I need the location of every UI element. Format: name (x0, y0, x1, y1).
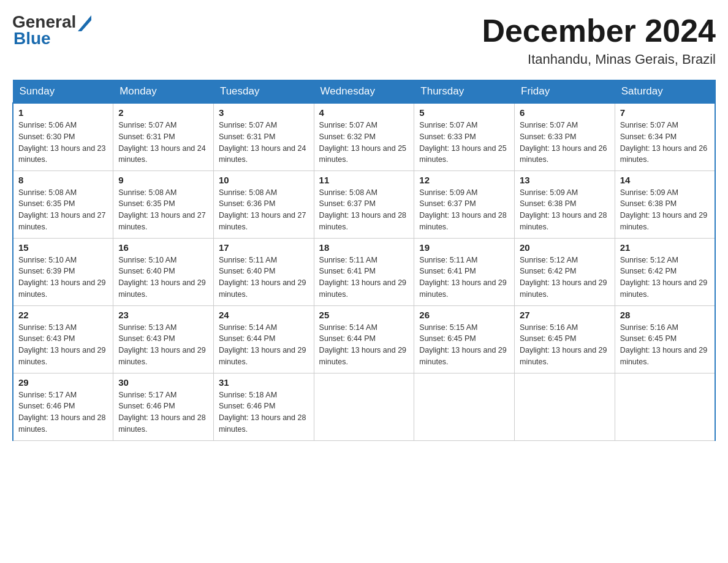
table-row: 30 Sunrise: 5:17 AMSunset: 6:46 PMDaylig… (113, 373, 214, 440)
day-number: 18 (319, 242, 409, 253)
day-info: Sunrise: 5:12 AMSunset: 6:42 PMDaylight:… (620, 256, 707, 299)
table-row: 18 Sunrise: 5:11 AMSunset: 6:41 PMDaylig… (314, 238, 414, 305)
table-row: 21 Sunrise: 5:12 AMSunset: 6:42 PMDaylig… (615, 238, 715, 305)
day-number: 4 (319, 107, 409, 118)
table-row: 5 Sunrise: 5:07 AMSunset: 6:33 PMDayligh… (414, 103, 515, 170)
table-row: 15 Sunrise: 5:10 AMSunset: 6:39 PMDaylig… (13, 238, 113, 305)
table-row: 10 Sunrise: 5:08 AMSunset: 6:36 PMDaylig… (213, 170, 314, 238)
day-info: Sunrise: 5:10 AMSunset: 6:39 PMDaylight:… (18, 256, 105, 299)
col-friday: Friday (515, 80, 615, 104)
day-number: 19 (419, 242, 509, 253)
day-info: Sunrise: 5:06 AMSunset: 6:30 PMDaylight:… (18, 121, 105, 164)
day-info: Sunrise: 5:13 AMSunset: 6:43 PMDaylight:… (118, 323, 205, 366)
table-row (515, 373, 615, 440)
day-info: Sunrise: 5:13 AMSunset: 6:43 PMDaylight:… (18, 323, 105, 366)
table-row (314, 373, 414, 440)
day-number: 5 (419, 107, 509, 118)
table-row: 8 Sunrise: 5:08 AMSunset: 6:35 PMDayligh… (13, 170, 113, 238)
day-number: 11 (319, 175, 409, 185)
page-header: General Blue December 2024 Itanhandu, Mi… (12, 12, 716, 67)
day-info: Sunrise: 5:07 AMSunset: 6:34 PMDaylight:… (620, 121, 707, 164)
table-row: 31 Sunrise: 5:18 AMSunset: 6:46 PMDaylig… (213, 373, 314, 440)
day-number: 28 (620, 310, 710, 320)
location-subtitle: Itanhandu, Minas Gerais, Brazil (482, 52, 716, 67)
day-number: 31 (219, 377, 309, 388)
day-info: Sunrise: 5:14 AMSunset: 6:44 PMDaylight:… (319, 323, 406, 366)
logo: General Blue (12, 12, 91, 48)
day-number: 24 (219, 310, 309, 320)
calendar-week-row: 22 Sunrise: 5:13 AMSunset: 6:43 PMDaylig… (13, 305, 715, 373)
col-sunday: Sunday (13, 80, 113, 104)
table-row: 20 Sunrise: 5:12 AMSunset: 6:42 PMDaylig… (515, 238, 615, 305)
day-number: 3 (219, 107, 309, 118)
table-row: 27 Sunrise: 5:16 AMSunset: 6:45 PMDaylig… (515, 305, 615, 373)
day-info: Sunrise: 5:07 AMSunset: 6:32 PMDaylight:… (319, 121, 406, 164)
col-thursday: Thursday (414, 80, 515, 104)
table-row: 2 Sunrise: 5:07 AMSunset: 6:31 PMDayligh… (113, 103, 214, 170)
table-row: 7 Sunrise: 5:07 AMSunset: 6:34 PMDayligh… (615, 103, 715, 170)
calendar-week-row: 29 Sunrise: 5:17 AMSunset: 6:46 PMDaylig… (13, 373, 715, 440)
table-row (414, 373, 515, 440)
day-info: Sunrise: 5:08 AMSunset: 6:35 PMDaylight:… (118, 188, 205, 231)
day-info: Sunrise: 5:08 AMSunset: 6:37 PMDaylight:… (319, 188, 406, 231)
table-row: 28 Sunrise: 5:16 AMSunset: 6:45 PMDaylig… (615, 305, 715, 373)
day-number: 16 (118, 242, 208, 253)
day-info: Sunrise: 5:09 AMSunset: 6:37 PMDaylight:… (419, 188, 506, 231)
day-info: Sunrise: 5:09 AMSunset: 6:38 PMDaylight:… (520, 188, 607, 231)
calendar-table: Sunday Monday Tuesday Wednesday Thursday… (12, 80, 716, 441)
day-number: 21 (620, 242, 710, 253)
calendar-title-block: December 2024 Itanhandu, Minas Gerais, B… (482, 12, 716, 67)
day-number: 17 (219, 242, 309, 253)
day-number: 27 (520, 310, 610, 320)
day-number: 8 (18, 175, 108, 185)
day-number: 23 (118, 310, 208, 320)
col-wednesday: Wednesday (314, 80, 414, 104)
table-row: 3 Sunrise: 5:07 AMSunset: 6:31 PMDayligh… (213, 103, 314, 170)
day-number: 22 (18, 310, 108, 320)
calendar-week-row: 8 Sunrise: 5:08 AMSunset: 6:35 PMDayligh… (13, 170, 715, 238)
table-row: 22 Sunrise: 5:13 AMSunset: 6:43 PMDaylig… (13, 305, 113, 373)
day-info: Sunrise: 5:17 AMSunset: 6:46 PMDaylight:… (18, 391, 105, 434)
day-number: 30 (118, 377, 208, 388)
day-info: Sunrise: 5:11 AMSunset: 6:41 PMDaylight:… (319, 256, 406, 299)
day-info: Sunrise: 5:14 AMSunset: 6:44 PMDaylight:… (219, 323, 306, 366)
calendar-week-row: 15 Sunrise: 5:10 AMSunset: 6:39 PMDaylig… (13, 238, 715, 305)
table-row: 19 Sunrise: 5:11 AMSunset: 6:41 PMDaylig… (414, 238, 515, 305)
day-info: Sunrise: 5:18 AMSunset: 6:46 PMDaylight:… (219, 391, 306, 434)
table-row: 11 Sunrise: 5:08 AMSunset: 6:37 PMDaylig… (314, 170, 414, 238)
day-number: 1 (18, 107, 108, 118)
table-row: 1 Sunrise: 5:06 AMSunset: 6:30 PMDayligh… (13, 103, 113, 170)
day-info: Sunrise: 5:08 AMSunset: 6:36 PMDaylight:… (219, 188, 306, 231)
day-number: 25 (319, 310, 409, 320)
day-number: 13 (520, 175, 610, 185)
day-number: 2 (118, 107, 208, 118)
calendar-week-row: 1 Sunrise: 5:06 AMSunset: 6:30 PMDayligh… (13, 103, 715, 170)
day-info: Sunrise: 5:07 AMSunset: 6:31 PMDaylight:… (219, 121, 306, 164)
table-row: 23 Sunrise: 5:13 AMSunset: 6:43 PMDaylig… (113, 305, 214, 373)
day-info: Sunrise: 5:09 AMSunset: 6:38 PMDaylight:… (620, 188, 707, 231)
day-info: Sunrise: 5:10 AMSunset: 6:40 PMDaylight:… (118, 256, 205, 299)
table-row: 29 Sunrise: 5:17 AMSunset: 6:46 PMDaylig… (13, 373, 113, 440)
table-row: 4 Sunrise: 5:07 AMSunset: 6:32 PMDayligh… (314, 103, 414, 170)
day-info: Sunrise: 5:16 AMSunset: 6:45 PMDaylight:… (520, 323, 607, 366)
day-number: 9 (118, 175, 208, 185)
day-number: 20 (520, 242, 610, 253)
day-number: 10 (219, 175, 309, 185)
day-info: Sunrise: 5:16 AMSunset: 6:45 PMDaylight:… (620, 323, 707, 366)
day-info: Sunrise: 5:11 AMSunset: 6:41 PMDaylight:… (419, 256, 506, 299)
day-info: Sunrise: 5:07 AMSunset: 6:33 PMDaylight:… (520, 121, 607, 164)
day-info: Sunrise: 5:15 AMSunset: 6:45 PMDaylight:… (419, 323, 506, 366)
day-number: 12 (419, 175, 509, 185)
table-row: 25 Sunrise: 5:14 AMSunset: 6:44 PMDaylig… (314, 305, 414, 373)
day-number: 14 (620, 175, 710, 185)
month-year-title: December 2024 (482, 12, 716, 49)
table-row: 13 Sunrise: 5:09 AMSunset: 6:38 PMDaylig… (515, 170, 615, 238)
table-row: 6 Sunrise: 5:07 AMSunset: 6:33 PMDayligh… (515, 103, 615, 170)
day-number: 6 (520, 107, 610, 118)
day-info: Sunrise: 5:12 AMSunset: 6:42 PMDaylight:… (520, 256, 607, 299)
table-row: 17 Sunrise: 5:11 AMSunset: 6:40 PMDaylig… (213, 238, 314, 305)
day-info: Sunrise: 5:11 AMSunset: 6:40 PMDaylight:… (219, 256, 306, 299)
day-number: 29 (18, 377, 108, 388)
table-row: 16 Sunrise: 5:10 AMSunset: 6:40 PMDaylig… (113, 238, 214, 305)
col-saturday: Saturday (615, 80, 715, 104)
